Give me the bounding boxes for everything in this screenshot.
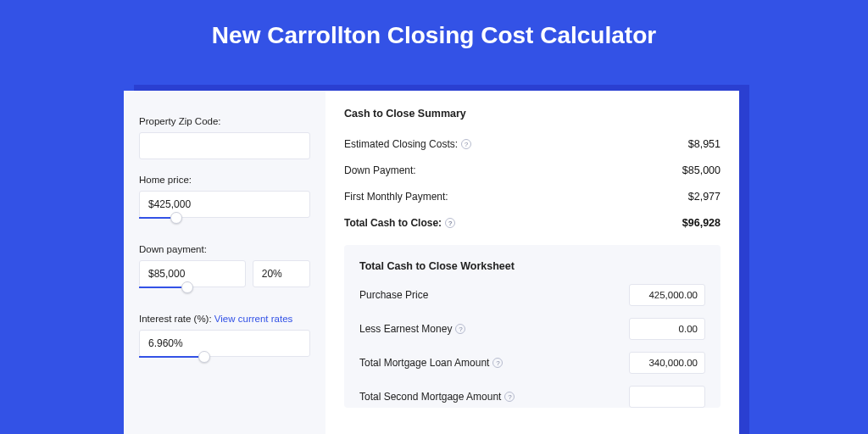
view-rates-link[interactable]: View current rates bbox=[214, 314, 292, 324]
interest-label: Interest rate (%): View current rates bbox=[139, 314, 310, 324]
worksheet-row: Less Earnest Money ? bbox=[359, 318, 705, 340]
help-icon[interactable]: ? bbox=[504, 392, 515, 402]
down-payment-slider[interactable] bbox=[139, 287, 310, 298]
home-price-input[interactable] bbox=[139, 191, 310, 218]
down-payment-pct-input[interactable] bbox=[253, 260, 310, 287]
home-price-field-group: Home price: bbox=[139, 175, 310, 229]
purchase-price-input[interactable] bbox=[629, 284, 705, 306]
down-payment-input[interactable] bbox=[139, 260, 246, 287]
summary-total-row: Total Cash to Close: ? $96,928 bbox=[344, 210, 721, 236]
worksheet-label-text: Total Second Mortgage Amount bbox=[359, 391, 501, 403]
summary-value: $85,000 bbox=[682, 164, 721, 176]
home-price-label: Home price: bbox=[139, 175, 310, 185]
summary-row: Estimated Closing Costs: ? $8,951 bbox=[344, 131, 721, 158]
help-icon[interactable]: ? bbox=[445, 218, 455, 228]
interest-slider[interactable] bbox=[139, 356, 310, 368]
interest-label-text: Interest rate (%): bbox=[139, 314, 214, 324]
sidebar-form: Property Zip Code: Home price: Down paym… bbox=[124, 91, 326, 434]
worksheet-label-text: Purchase Price bbox=[359, 289, 428, 301]
zip-input[interactable] bbox=[139, 132, 310, 159]
worksheet-row: Total Mortgage Loan Amount ? bbox=[359, 352, 705, 374]
worksheet-label-text: Total Mortgage Loan Amount bbox=[359, 357, 489, 369]
calculator-card: Property Zip Code: Home price: Down paym… bbox=[124, 91, 739, 434]
home-price-slider[interactable] bbox=[139, 217, 310, 229]
summary-label-text: Down Payment: bbox=[344, 164, 416, 176]
summary-row: Down Payment: $85,000 bbox=[344, 158, 721, 184]
down-payment-slider-fill bbox=[139, 287, 187, 288]
worksheet-row: Purchase Price bbox=[359, 284, 705, 306]
interest-field-group: Interest rate (%): View current rates bbox=[139, 314, 310, 368]
second-mortgage-input[interactable] bbox=[629, 386, 705, 408]
worksheet-label-text: Less Earnest Money bbox=[359, 323, 452, 335]
interest-slider-fill bbox=[139, 356, 204, 358]
down-payment-slider-thumb[interactable] bbox=[181, 281, 193, 293]
worksheet-row: Total Second Mortgage Amount ? bbox=[359, 386, 705, 408]
help-icon[interactable]: ? bbox=[455, 324, 465, 334]
zip-field-group: Property Zip Code: bbox=[139, 116, 310, 159]
down-payment-label: Down payment: bbox=[139, 244, 310, 254]
interest-slider-thumb[interactable] bbox=[198, 351, 210, 363]
home-price-slider-thumb[interactable] bbox=[170, 212, 182, 224]
summary-value: $8,951 bbox=[688, 138, 721, 150]
summary-heading: Cash to Close Summary bbox=[344, 108, 721, 120]
page-title: New Carrollton Closing Cost Calculator bbox=[0, 0, 868, 68]
summary-label-text: Estimated Closing Costs: bbox=[344, 138, 458, 150]
help-icon[interactable]: ? bbox=[461, 139, 471, 149]
summary-total-label: Total Cash to Close: bbox=[344, 217, 442, 229]
summary-value: $2,977 bbox=[688, 191, 721, 203]
summary-row: First Monthly Payment: $2,977 bbox=[344, 184, 721, 210]
worksheet-heading: Total Cash to Close Worksheet bbox=[359, 260, 705, 272]
zip-label: Property Zip Code: bbox=[139, 116, 310, 126]
mortgage-loan-input[interactable] bbox=[629, 352, 705, 374]
down-payment-field-group: Down payment: bbox=[139, 244, 310, 298]
help-icon[interactable]: ? bbox=[492, 358, 503, 368]
earnest-money-input[interactable] bbox=[629, 318, 705, 340]
worksheet-panel: Total Cash to Close Worksheet Purchase P… bbox=[344, 245, 721, 408]
interest-input[interactable] bbox=[139, 330, 310, 357]
summary-label-text: First Monthly Payment: bbox=[344, 191, 448, 203]
summary-total-value: $96,928 bbox=[682, 217, 721, 229]
main-panel: Cash to Close Summary Estimated Closing … bbox=[326, 91, 739, 434]
